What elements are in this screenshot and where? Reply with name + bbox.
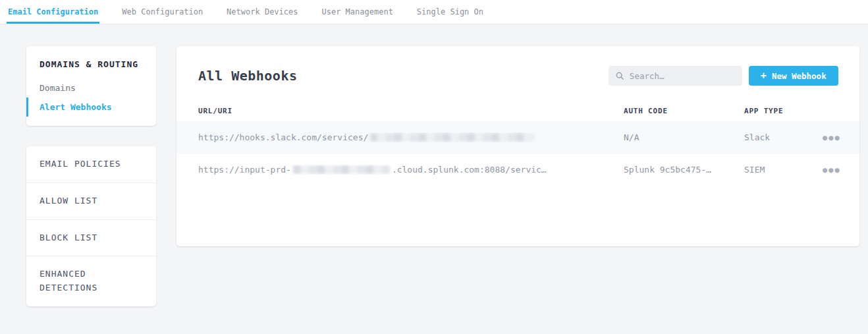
sidebar-item-alert-webhooks[interactable]: Alert Webhooks bbox=[26, 97, 156, 117]
webhook-url-cell: https://input-prd- .cloud.splunk.com:808… bbox=[198, 165, 624, 175]
auth-code-cell: N/A bbox=[624, 132, 744, 142]
sidebar-item-block-list[interactable]: BLOCK LIST bbox=[26, 220, 156, 257]
sidebar-item-domains[interactable]: Domains bbox=[26, 78, 156, 97]
auth-code-cell: Splunk 9c5bc475-… bbox=[624, 165, 744, 175]
table-row: https://input-prd- .cloud.splunk.com:808… bbox=[176, 153, 859, 186]
search-input[interactable] bbox=[630, 71, 736, 81]
page-content: DOMAINS & ROUTING Domains Alert Webhooks… bbox=[0, 24, 868, 306]
new-webhook-button[interactable]: + New Webhook bbox=[749, 66, 838, 86]
webhook-url-cell: https://hooks.slack.com/services/ bbox=[198, 132, 624, 142]
sidebar: DOMAINS & ROUTING Domains Alert Webhooks… bbox=[26, 46, 156, 306]
webhook-url-prefix: https://input-prd- bbox=[198, 165, 291, 175]
sidebar-item-email-policies[interactable]: EMAIL POLICIES bbox=[26, 146, 156, 183]
app-type-cell: Slack bbox=[744, 132, 794, 142]
top-navigation: Email Configuration Web Configuration Ne… bbox=[0, 0, 868, 24]
redacted-blur bbox=[370, 133, 533, 142]
tab-single-sign-on[interactable]: Single Sign On bbox=[416, 0, 485, 24]
sidebar-sections-card: EMAIL POLICIES ALLOW LIST BLOCK LIST ENH… bbox=[26, 146, 156, 306]
page-title: All Webhooks bbox=[198, 68, 298, 84]
column-header-app-type: APP TYPE bbox=[744, 107, 794, 115]
column-header-auth-code: AUTH CODE bbox=[624, 107, 744, 115]
table-row: https://hooks.slack.com/services/ N/A Sl… bbox=[176, 121, 859, 153]
webhooks-panel-header: All Webhooks + New Webhook bbox=[176, 46, 859, 86]
tab-email-configuration[interactable]: Email Configuration bbox=[7, 0, 99, 24]
search-box bbox=[609, 66, 742, 86]
redacted-blur bbox=[293, 165, 390, 174]
app-type-cell: SIEM bbox=[744, 165, 794, 175]
webhook-url-suffix: .cloud.splunk.com:8088/servic… bbox=[392, 165, 547, 175]
plus-icon: + bbox=[761, 71, 767, 81]
row-actions-ellipsis-icon[interactable]: ●●● bbox=[823, 163, 841, 177]
sidebar-item-allow-list[interactable]: ALLOW LIST bbox=[26, 183, 156, 220]
tab-network-devices[interactable]: Network Devices bbox=[225, 0, 299, 24]
tab-web-configuration[interactable]: Web Configuration bbox=[121, 0, 204, 24]
webhooks-table: URL/URI AUTH CODE APP TYPE https://hooks… bbox=[176, 100, 859, 186]
column-header-url: URL/URI bbox=[198, 107, 624, 115]
sidebar-item-enhanced-detections[interactable]: ENHANCED DETECTIONS bbox=[26, 256, 156, 306]
tab-user-management[interactable]: User Management bbox=[320, 0, 394, 24]
new-webhook-button-label: New Webhook bbox=[772, 71, 827, 81]
webhook-url-prefix: https://hooks.slack.com/services/ bbox=[198, 132, 368, 142]
row-actions-ellipsis-icon[interactable]: ●●● bbox=[823, 131, 841, 144]
webhooks-panel: All Webhooks + New Webhook URL/URI AU bbox=[176, 46, 859, 246]
domains-routing-title: DOMAINS & ROUTING bbox=[26, 59, 156, 69]
search-icon bbox=[615, 71, 624, 80]
header-actions: + New Webhook bbox=[609, 66, 838, 86]
table-header-row: URL/URI AUTH CODE APP TYPE bbox=[176, 100, 859, 121]
domains-routing-card: DOMAINS & ROUTING Domains Alert Webhooks bbox=[26, 46, 156, 126]
